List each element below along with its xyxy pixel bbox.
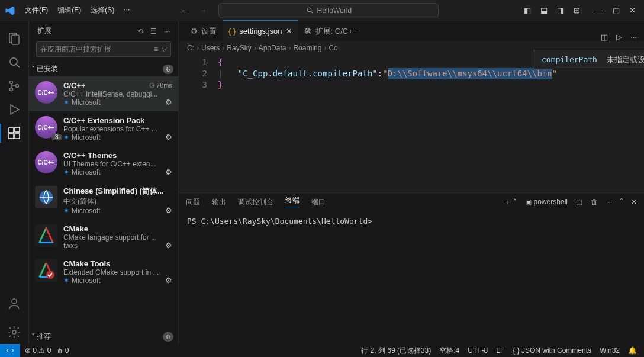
menu-edit[interactable]: 编辑(E) (54, 3, 85, 18)
installed-label: 已安装 (37, 64, 58, 74)
window-maximize-icon[interactable]: ▢ (613, 6, 620, 15)
remote-indicator[interactable] (0, 344, 20, 357)
svg-rect-3 (12, 35, 19, 44)
status-problems[interactable]: ⊗ 0 ⚠ 0 (25, 346, 51, 355)
menu-more[interactable]: ··· (120, 3, 133, 18)
tooltip-key: compilerPath (542, 55, 597, 64)
status-encoding[interactable]: UTF-8 (468, 346, 488, 355)
tab-settings[interactable]: ⚙ 设置 (185, 21, 223, 41)
extension-desc: C/C++ IntelliSense, debuggi... (63, 90, 172, 98)
activity-explorer[interactable] (0, 27, 28, 50)
extension-item[interactable]: C/C++ C/C++ Themes UI Themes for C/C++ e… (29, 146, 178, 181)
activity-search[interactable] (0, 50, 28, 74)
crumb[interactable]: AppData (259, 44, 286, 52)
status-language[interactable]: { } JSON with Comments (513, 346, 591, 355)
gear-icon[interactable]: ⚙ (165, 276, 172, 285)
command-center[interactable]: HelloWorld (218, 3, 439, 18)
code-editor[interactable]: compilerPath 未指定或设置为 ${default} 时要在配置中使用… (179, 54, 644, 192)
status-eol[interactable]: LF (496, 346, 504, 355)
extensions-sidebar: 扩展 ⟲ ☰ ··· 在应用商店中搜索扩展 ≡▽ ˅ 已安装 6 C/C++ C… (29, 21, 179, 344)
svg-point-8 (16, 85, 19, 88)
tooltip-text: 未指定或设置为 (607, 55, 644, 64)
crumb[interactable]: Co (329, 44, 337, 52)
status-ports[interactable]: ⋔ 0 (57, 346, 69, 355)
panel-close-icon[interactable]: ✕ (631, 198, 637, 206)
tab-ext-ccpp[interactable]: 🛠 扩展: C/C++ (298, 21, 363, 41)
extension-search-input[interactable]: 在应用商店中搜索扩展 ≡▽ (36, 41, 171, 57)
verified-icon: ✶ (63, 207, 69, 215)
forward-icon[interactable]: → (199, 6, 207, 15)
terminal-line: PS C:\Users\RaySky\Documents\HelloWorld> (187, 217, 372, 226)
panel-tab-problems[interactable]: 问题 (186, 197, 200, 207)
token-brace: } (218, 79, 223, 91)
gear-icon[interactable]: ⚙ (165, 206, 172, 215)
status-platform[interactable]: Win32 (600, 346, 620, 355)
notifications-icon[interactable]: 🔔 (628, 346, 637, 355)
kill-terminal-icon[interactable]: 🗑 (591, 198, 598, 206)
close-icon[interactable]: ✕ (286, 27, 292, 36)
menu-file[interactable]: 文件(F) (21, 3, 51, 18)
extension-item[interactable]: Chinese (Simplified) (简体... 中文(简体) ✶Micr… (29, 181, 178, 220)
split-terminal-icon[interactable]: ◫ (576, 198, 582, 206)
new-terminal-icon[interactable]: ＋ ˅ (504, 197, 516, 207)
menu-select[interactable]: 选择(S) (87, 3, 118, 18)
extension-item[interactable]: C/C++ C/C++ C/C++ IntelliSense, debuggi.… (29, 76, 178, 111)
customize-layout-icon[interactable]: ⊞ (574, 6, 580, 15)
activity-settings[interactable] (0, 320, 28, 344)
run-icon[interactable]: ▷ (616, 33, 622, 41)
tab-settings-json[interactable]: { } settings.json ✕ (223, 20, 298, 41)
recommended-section-header[interactable]: ˅ 推荐 0 (29, 329, 178, 344)
search-clear-icon[interactable]: ≡ (154, 45, 158, 53)
window-minimize-icon[interactable]: — (595, 6, 603, 15)
split-editor-icon[interactable]: ◫ (601, 33, 608, 41)
terminal-profile-label[interactable]: ▣powershell (525, 198, 568, 206)
panel-tab-debugconsole[interactable]: 调试控制台 (238, 197, 273, 207)
activity-extensions[interactable] (0, 121, 28, 145)
toggle-sidebar-icon[interactable]: ◧ (524, 6, 531, 15)
extension-meta: 78ms (156, 82, 172, 89)
back-icon[interactable]: ← (181, 6, 188, 15)
filter-icon[interactable]: ☰ (150, 27, 157, 36)
window-close-icon[interactable]: ✕ (629, 6, 636, 15)
extension-desc: 中文(简体) (63, 197, 172, 207)
svg-rect-9 (9, 128, 14, 133)
toggle-secondary-icon[interactable]: ◨ (557, 6, 564, 15)
code-line: 3} (179, 79, 644, 91)
crumb[interactable]: Roaming (293, 44, 321, 52)
token-key: "C_Cpp.default.compilerPath" (238, 68, 378, 79)
crumb[interactable]: C: (187, 44, 194, 52)
gear-icon[interactable]: ⚙ (165, 133, 172, 141)
extension-item[interactable]: CMake Tools Extended CMake support in ..… (29, 255, 178, 290)
activity-debug[interactable] (0, 98, 28, 121)
more-tab-actions-icon[interactable]: ··· (630, 33, 637, 41)
search-filter-icon[interactable]: ▽ (162, 45, 167, 53)
toggle-panel-icon[interactable]: ⬓ (540, 6, 548, 15)
wrench-icon: 🛠 (304, 27, 312, 36)
status-indent[interactable]: 空格:4 (439, 346, 459, 356)
more-actions-icon[interactable]: ··· (164, 27, 170, 36)
tab-label: 设置 (201, 26, 217, 37)
line-number: 2 (179, 68, 218, 79)
svg-rect-10 (9, 134, 14, 139)
svg-point-0 (307, 8, 311, 12)
panel-tab-ports[interactable]: 端口 (311, 197, 326, 207)
panel-tab-output[interactable]: 输出 (212, 197, 226, 207)
extension-item[interactable]: CMake CMake langage support for ... twxs… (29, 220, 178, 255)
gear-icon[interactable]: ⚙ (165, 241, 172, 250)
gear-icon[interactable]: ⚙ (165, 168, 172, 176)
tab-label: settings.json (239, 27, 282, 36)
activity-scm[interactable] (0, 74, 28, 98)
crumb[interactable]: Users (201, 44, 220, 52)
extension-item[interactable]: C/C++ 3 C/C++ Extension Pack Popular ext… (29, 111, 178, 146)
panel-more-icon[interactable]: ··· (606, 198, 612, 206)
panel-maximize-icon[interactable]: ˆ (620, 198, 623, 206)
terminal-content[interactable]: PS C:\Users\RaySky\Documents\HelloWorld> (179, 211, 644, 344)
gear-icon[interactable]: ⚙ (165, 98, 172, 107)
panel-tab-terminal[interactable]: 终端 (285, 195, 300, 208)
installed-section-header[interactable]: ˅ 已安装 6 (29, 62, 178, 76)
crumb[interactable]: RaySky (227, 44, 251, 52)
status-cursor[interactable]: 行 2, 列 69 (已选择33) (361, 346, 431, 356)
clear-search-icon[interactable]: ⟲ (137, 27, 143, 36)
svg-line-1 (311, 11, 313, 13)
activity-account[interactable] (0, 292, 28, 316)
